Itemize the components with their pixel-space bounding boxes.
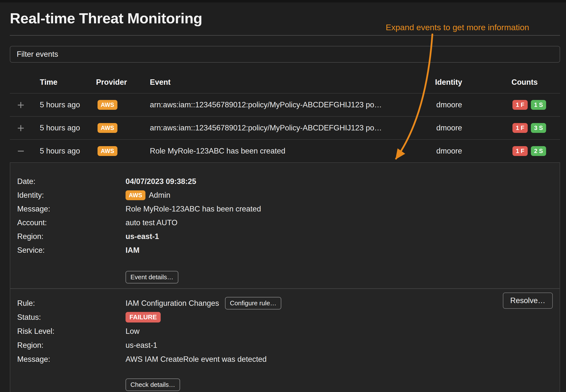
- event-identity: dmoore: [435, 100, 511, 109]
- identity-value: AWS Admin: [126, 188, 552, 202]
- event-time: 5 hours ago: [40, 124, 96, 132]
- status-label: Status:: [17, 310, 126, 324]
- expand-icon[interactable]: +: [17, 122, 24, 134]
- event-detail-fields: Date: 04/07/2023 09:38:25 Identity: AWS …: [17, 175, 552, 257]
- collapse-icon[interactable]: −: [17, 145, 24, 157]
- rule-message-label: Message:: [17, 352, 126, 366]
- event-details-button[interactable]: Event details…: [126, 271, 178, 283]
- event-identity: dmoore: [435, 124, 511, 132]
- provider-badge: AWS: [98, 123, 117, 133]
- risk-level-value: Low: [126, 324, 552, 338]
- region-label: Region:: [17, 230, 126, 243]
- check-details-button[interactable]: Check details…: [126, 378, 180, 391]
- success-count-badge: 1 S: [531, 100, 546, 110]
- service-label: Service:: [17, 243, 126, 257]
- event-text: arn:aws:iam::123456789012:policy/MyPolic…: [150, 124, 435, 132]
- provider-cell: AWS: [96, 123, 150, 133]
- rule-label: Rule:: [17, 296, 126, 310]
- header-time: Time: [40, 78, 96, 87]
- event-row-expanded[interactable]: − 5 hours ago AWS Role MyRole-123ABC has…: [10, 139, 560, 162]
- success-count-badge: 3 S: [531, 123, 546, 133]
- identity-label: Identity:: [17, 188, 126, 202]
- account-label: Account:: [17, 216, 126, 230]
- status-value: FAILURE: [126, 310, 552, 324]
- filter-events-input[interactable]: [10, 46, 560, 63]
- region-value: us-east-1: [126, 230, 552, 243]
- header-event: Event: [150, 78, 435, 87]
- fail-count-badge: 1 F: [512, 146, 528, 156]
- event-details-button-wrap: Event details…: [126, 271, 552, 283]
- rule-fields: Rule: IAM Configuration Changes Configur…: [17, 296, 552, 366]
- rule-name: IAM Configuration Changes: [126, 299, 219, 308]
- provider-cell: AWS: [96, 100, 150, 110]
- event-time: 5 hours ago: [40, 100, 96, 109]
- header-counts: Counts: [511, 78, 560, 87]
- message-value: Role MyRole-123ABC has been created: [126, 202, 552, 216]
- provider-badge: AWS: [98, 146, 117, 156]
- top-band: [0, 0, 566, 2]
- event-row[interactable]: + 5 hours ago AWS arn:aws:iam::123456789…: [10, 93, 560, 116]
- counts-cell: 1 F 1 S: [511, 100, 560, 110]
- threat-monitoring-page: Real-time Threat Monitoring Time Provide…: [0, 10, 566, 392]
- expander-cell: −: [10, 145, 40, 157]
- annotation-text: Expand events to get more information: [386, 23, 529, 32]
- date-value: 04/07/2023 09:38:25: [126, 175, 552, 188]
- provider-cell: AWS: [96, 146, 150, 156]
- failure-status-badge: FAILURE: [126, 312, 161, 322]
- title-divider: [10, 35, 560, 36]
- rule-value-line: IAM Configuration Changes Configure rule…: [126, 296, 552, 310]
- fail-count-badge: 1 F: [512, 100, 528, 110]
- events-table: Time Provider Event Identity Counts + 5 …: [10, 71, 560, 162]
- header-provider: Provider: [96, 78, 150, 87]
- counts-cell: 1 F 2 S: [511, 146, 560, 156]
- counts-cell: 1 F 3 S: [511, 123, 560, 133]
- check-details-button-wrap: Check details…: [126, 378, 552, 391]
- table-header-row: Time Provider Event Identity Counts: [10, 71, 560, 93]
- event-text: arn:aws:iam::123456789012:policy/MyPolic…: [150, 100, 435, 109]
- expand-icon[interactable]: +: [17, 99, 24, 111]
- provider-badge: AWS: [126, 190, 145, 200]
- event-identity: dmoore: [435, 147, 511, 155]
- event-time: 5 hours ago: [40, 147, 96, 155]
- rule-message-value: AWS IAM CreateRole event was detected: [126, 352, 552, 366]
- event-text: Role MyRole-123ABC has been created: [150, 147, 435, 155]
- expander-cell: +: [10, 99, 40, 111]
- expander-cell: +: [10, 122, 40, 134]
- panel-divider: [10, 288, 560, 289]
- fail-count-badge: 1 F: [512, 123, 528, 133]
- rule-region-value: us-east-1: [126, 338, 552, 352]
- header-identity: Identity: [435, 78, 511, 87]
- resolve-button[interactable]: Resolve…: [503, 293, 553, 309]
- event-detail-panel: Date: 04/07/2023 09:38:25 Identity: AWS …: [10, 162, 560, 392]
- service-value: IAM: [126, 243, 552, 257]
- risk-level-label: Risk Level:: [17, 324, 126, 338]
- date-label: Date:: [17, 175, 126, 188]
- rule-region-label: Region:: [17, 338, 126, 352]
- message-label: Message:: [17, 202, 126, 216]
- account-value: auto test AUTO: [126, 216, 552, 230]
- identity-name: Admin: [149, 191, 170, 200]
- success-count-badge: 2 S: [531, 146, 546, 156]
- provider-badge: AWS: [98, 100, 117, 110]
- configure-rule-button[interactable]: Configure rule…: [225, 297, 281, 309]
- event-row[interactable]: + 5 hours ago AWS arn:aws:iam::123456789…: [10, 116, 560, 139]
